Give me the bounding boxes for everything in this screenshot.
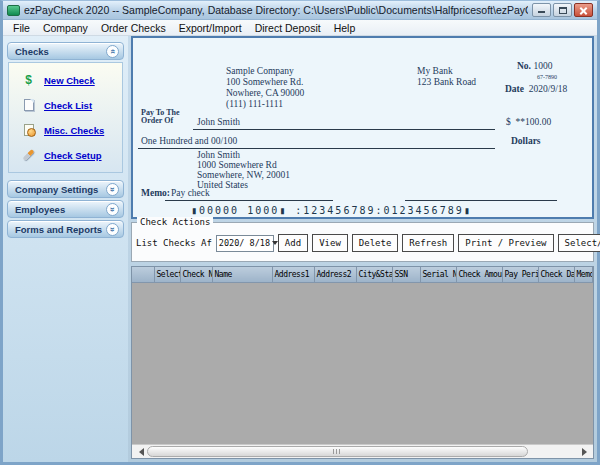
pay-to-label: Pay To TheOrder Of bbox=[141, 109, 180, 125]
app-window: ezPayCheck 2020 -- SampleCompany, Databa… bbox=[0, 0, 600, 465]
sidebar-item-new-check[interactable]: $ New Check bbox=[13, 73, 118, 87]
col-selected[interactable]: Selecte bbox=[154, 267, 180, 282]
menu-export-import[interactable]: Export/Import bbox=[173, 21, 248, 35]
grid-header: Selecte Check Num Name Address1 Address2… bbox=[132, 267, 593, 283]
section-label: Forms and Reports bbox=[15, 224, 106, 235]
horizontal-scrollbar[interactable] bbox=[132, 444, 593, 458]
maximize-button[interactable] bbox=[553, 3, 572, 17]
menu-order-checks[interactable]: Order Checks bbox=[95, 21, 172, 35]
sidebar-item-misc-checks[interactable]: Misc. Checks bbox=[13, 123, 118, 137]
refresh-button[interactable]: Refresh bbox=[402, 234, 454, 252]
company-address2: Nowhere, CA 90000 bbox=[226, 89, 304, 99]
app-icon bbox=[7, 5, 20, 16]
checks-panel: $ New Check Check List Misc. Checks Chec… bbox=[8, 62, 123, 173]
window-title: ezPayCheck 2020 -- SampleCompany, Databa… bbox=[24, 4, 528, 16]
sidebar-item-check-setup[interactable]: Check Setup bbox=[13, 148, 118, 162]
section-label: Employees bbox=[15, 204, 106, 215]
sidebar: Checks $ New Check Check List Misc. Chec… bbox=[3, 36, 128, 462]
chevron-up-icon[interactable] bbox=[106, 45, 119, 58]
wrench-icon bbox=[21, 148, 36, 162]
menu-file[interactable]: File bbox=[7, 21, 36, 35]
sidebar-section-employees[interactable]: Employees bbox=[7, 200, 124, 218]
list-date-value: 2020/ 8/18 bbox=[219, 238, 270, 248]
scroll-left-icon[interactable] bbox=[132, 445, 146, 459]
col-ssn[interactable]: SSN bbox=[392, 267, 420, 282]
nav-label: New Check bbox=[44, 75, 95, 86]
col-pay-period[interactable]: Pay Perio bbox=[502, 267, 538, 282]
bank-name: My Bank bbox=[417, 67, 453, 77]
col-memo[interactable]: Memo bbox=[574, 267, 593, 282]
close-button[interactable] bbox=[574, 3, 593, 17]
check-date: Date 2020/9/18 bbox=[505, 85, 567, 95]
scrollbar-track[interactable] bbox=[146, 445, 579, 459]
chevron-down-icon[interactable] bbox=[106, 223, 119, 236]
minimize-icon bbox=[538, 11, 545, 13]
payee-name: John Smith bbox=[197, 118, 240, 128]
maximize-icon bbox=[559, 7, 567, 14]
dollars-label: Dollars bbox=[511, 137, 541, 147]
scrollbar-thumb[interactable] bbox=[147, 446, 528, 457]
amount-words-line bbox=[138, 148, 495, 149]
col-serial-num[interactable]: Serial Nu bbox=[420, 267, 456, 282]
micr-line: ▮00000 1000▮ :123456789:0123456789▮ bbox=[191, 205, 472, 216]
group-label: Check Actions bbox=[137, 217, 213, 227]
list-checks-label: List Checks Af bbox=[136, 238, 212, 248]
menu-bar: File Company Order Checks Export/Import … bbox=[3, 20, 597, 36]
sidebar-section-forms-reports[interactable]: Forms and Reports bbox=[7, 220, 124, 238]
bank-address: 123 Bank Road bbox=[417, 78, 476, 88]
minimize-button[interactable] bbox=[532, 3, 551, 17]
memo-label: Memo: bbox=[141, 189, 170, 199]
check-amount: $ **100.00 bbox=[506, 118, 551, 128]
section-label: Company Settings bbox=[15, 184, 106, 195]
payee-line bbox=[193, 129, 495, 130]
add-button[interactable]: Add bbox=[278, 234, 308, 252]
nav-label: Misc. Checks bbox=[44, 125, 104, 136]
check-number: No. 1000 bbox=[517, 62, 552, 72]
signature-line bbox=[405, 200, 557, 201]
main-area: Sample Company 100 Somewhere Rd. Nowhere… bbox=[131, 36, 594, 459]
company-phone: (111) 111-1111 bbox=[226, 100, 283, 110]
bank-fraction: 67-7890 bbox=[537, 74, 557, 80]
chevron-down-icon[interactable] bbox=[106, 183, 119, 196]
list-date-picker[interactable]: 2020/ 8/18 bbox=[216, 235, 274, 252]
select-clear-button[interactable]: Select/Clear bbox=[558, 234, 600, 252]
sidebar-item-check-list[interactable]: Check List bbox=[13, 98, 118, 112]
nav-label: Check List bbox=[44, 100, 92, 111]
col-address2[interactable]: Address2 bbox=[314, 267, 356, 282]
section-label: Checks bbox=[15, 46, 106, 57]
check-actions-group: Check Actions List Checks Af 2020/ 8/18 … bbox=[131, 222, 594, 262]
chevron-down-icon[interactable] bbox=[106, 203, 119, 216]
col-check-date[interactable]: Check Dat bbox=[538, 267, 574, 282]
sidebar-section-checks[interactable]: Checks bbox=[7, 42, 124, 60]
title-bar[interactable]: ezPayCheck 2020 -- SampleCompany, Databa… bbox=[3, 1, 597, 20]
col-row-header[interactable] bbox=[132, 267, 154, 282]
grid-body-empty bbox=[132, 283, 593, 445]
scroll-right-icon[interactable] bbox=[579, 445, 593, 459]
checks-grid: Selecte Check Num Name Address1 Address2… bbox=[131, 266, 594, 459]
dollar-icon: $ bbox=[21, 73, 36, 87]
menu-direct-deposit[interactable]: Direct Deposit bbox=[249, 21, 327, 35]
col-name[interactable]: Name bbox=[212, 267, 272, 282]
col-check-amount[interactable]: Check Amount bbox=[456, 267, 502, 282]
sidebar-section-company-settings[interactable]: Company Settings bbox=[7, 180, 124, 198]
col-city-state[interactable]: City&State bbox=[356, 267, 392, 282]
amount-words: One Hundred and 00/100 bbox=[141, 137, 237, 147]
view-button[interactable]: View bbox=[312, 234, 348, 252]
menu-help[interactable]: Help bbox=[328, 21, 362, 35]
delete-button[interactable]: Delete bbox=[352, 234, 399, 252]
print-preview-button[interactable]: Print / Preview bbox=[458, 234, 553, 252]
page-icon bbox=[21, 98, 36, 112]
company-name: Sample Company bbox=[226, 67, 294, 77]
nav-label: Check Setup bbox=[44, 150, 102, 161]
memo-line bbox=[165, 200, 333, 201]
menu-company[interactable]: Company bbox=[37, 21, 94, 35]
check-preview: Sample Company 100 Somewhere Rd. Nowhere… bbox=[131, 36, 594, 219]
memo-value: Pay check bbox=[171, 189, 210, 199]
col-check-num[interactable]: Check Num bbox=[180, 267, 212, 282]
col-address1[interactable]: Address1 bbox=[272, 267, 314, 282]
note-icon bbox=[21, 123, 36, 137]
company-address1: 100 Somewhere Rd. bbox=[226, 78, 303, 88]
